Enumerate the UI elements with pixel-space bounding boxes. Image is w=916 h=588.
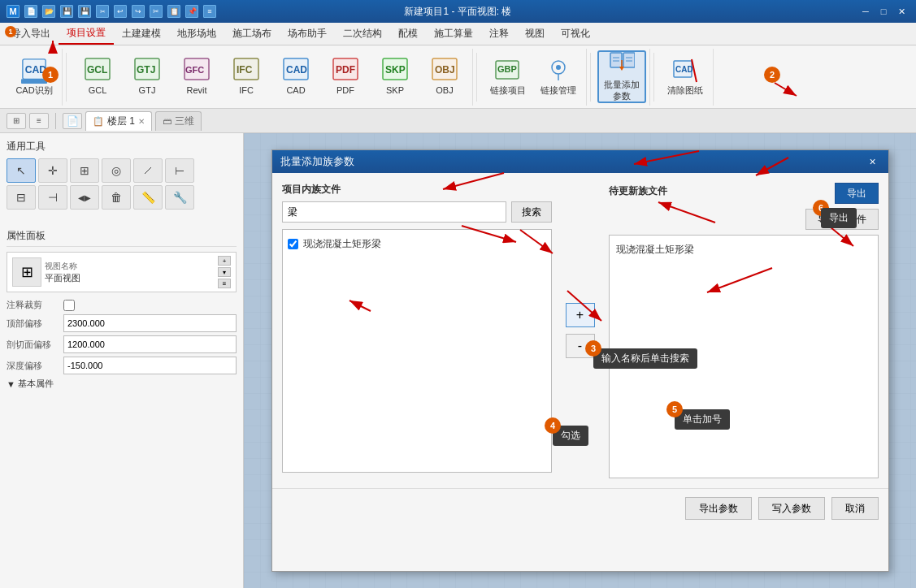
tab-3d[interactable]: 🗃 三维 bbox=[155, 111, 202, 131]
menu-item-formwork[interactable]: 配模 bbox=[390, 23, 426, 45]
tab-separator bbox=[55, 113, 56, 129]
prop-input-cut[interactable] bbox=[63, 335, 237, 353]
menu-item-secondary[interactable]: 二次结构 bbox=[335, 23, 390, 45]
pdf-button[interactable]: PDF PDF bbox=[321, 50, 370, 103]
clear-drawing-button[interactable]: CAD 清除图纸 bbox=[661, 50, 710, 103]
tab-floor1[interactable]: 📋 楼层 1 ✕ bbox=[85, 111, 152, 131]
menu-item-project[interactable]: 项目设置 bbox=[59, 23, 114, 45]
skp-button[interactable]: SKP SKP bbox=[371, 50, 419, 103]
menu-item-terrain[interactable]: 地形场地 bbox=[169, 23, 224, 45]
menu-label-construction: 施工场布 bbox=[232, 27, 271, 41]
list-item-concrete-beam[interactable]: 现浇混凝土矩形梁 bbox=[288, 235, 546, 253]
export-params-button[interactable]: 导出参数 bbox=[685, 497, 752, 520]
link-project-button[interactable]: GBP 链接项目 bbox=[484, 50, 532, 103]
menu-item-annotation[interactable]: 注释 bbox=[481, 23, 517, 45]
svg-text:CAD: CAD bbox=[675, 65, 693, 74]
view-add-btn[interactable]: + bbox=[218, 256, 231, 266]
view-menu-btn[interactable]: ≡ bbox=[218, 279, 231, 288]
gtj-button[interactable]: GTJ GTJ bbox=[123, 50, 171, 103]
pm-col: + - bbox=[560, 183, 601, 478]
gcl-button[interactable]: GCL GCL bbox=[73, 50, 122, 103]
tool-circle[interactable]: ◎ bbox=[102, 158, 131, 183]
menu-label-annotation: 注释 bbox=[489, 27, 509, 41]
view-icon: ⊞ bbox=[12, 257, 41, 287]
prop-section-basic[interactable]: ▼ 基本属件 bbox=[7, 378, 54, 390]
obj-button[interactable]: OBJ OBJ bbox=[420, 50, 469, 103]
copy-icon[interactable]: 📋 bbox=[167, 5, 180, 18]
link-manage-label: 链接管理 bbox=[540, 85, 576, 96]
search-button[interactable]: 搜索 bbox=[511, 201, 552, 223]
prop-row-cut: 剖切面偏移 bbox=[7, 335, 237, 353]
prop-input-top[interactable] bbox=[63, 314, 237, 332]
menu-item-construction[interactable]: 施工场布 bbox=[224, 23, 280, 45]
view-dropdown-btn[interactable]: ▾ bbox=[218, 267, 231, 277]
menu-item-modeling[interactable]: 土建建模 bbox=[114, 23, 169, 45]
new-icon[interactable]: 📄 bbox=[24, 5, 37, 18]
save2-icon[interactable]: 💾 bbox=[78, 5, 91, 18]
search-input[interactable] bbox=[282, 201, 506, 223]
tool-arrows[interactable]: ◀▶ bbox=[70, 185, 99, 210]
close-button[interactable]: ✕ bbox=[893, 5, 909, 18]
gcl-label: GCL bbox=[89, 85, 107, 96]
menu-label-visual: 可视化 bbox=[561, 27, 590, 41]
tool-measure[interactable]: 📏 bbox=[133, 185, 163, 210]
menu-label-helper: 场布助手 bbox=[288, 27, 327, 41]
batch-add-params-button[interactable]: 批量添加参数 bbox=[597, 50, 646, 103]
add-button[interactable]: + bbox=[566, 303, 595, 327]
menu-badge-import: 1 bbox=[5, 26, 16, 37]
tool-settings[interactable]: 🔧 bbox=[165, 185, 194, 210]
write-params-button[interactable]: 写入参数 bbox=[758, 497, 825, 520]
tool-diagonal[interactable]: ⟋ bbox=[133, 158, 163, 183]
maximize-button[interactable]: □ bbox=[875, 5, 892, 18]
undo-icon[interactable]: ↩ bbox=[114, 5, 127, 18]
menu-item-import[interactable]: 1 导入导出 bbox=[3, 23, 59, 45]
prop-row-basic: ▼ 基本属件 bbox=[7, 378, 237, 390]
tool-select[interactable]: ↖ bbox=[7, 158, 36, 183]
tool-delete[interactable]: 🗑 bbox=[102, 185, 131, 210]
tool-move[interactable]: ✛ bbox=[38, 158, 67, 183]
link-manage-button[interactable]: 链接管理 bbox=[534, 50, 583, 103]
tab-action-new[interactable]: 📄 bbox=[63, 113, 82, 129]
tool-minus[interactable]: ⊟ bbox=[7, 185, 36, 210]
tab-action-grid[interactable]: ⊞ bbox=[7, 113, 26, 129]
tab-floor1-close[interactable]: ✕ bbox=[138, 117, 145, 126]
redo-icon[interactable]: ↪ bbox=[132, 5, 145, 18]
menu-item-visual[interactable]: 可视化 bbox=[553, 23, 598, 45]
menu-item-quantity[interactable]: 施工算量 bbox=[426, 23, 481, 45]
tools-grid: ↖ ✛ ⊞ ◎ ⟋ ⊢ ⊟ ⊣ ◀▶ 🗑 📏 🔧 bbox=[7, 158, 237, 210]
export-file-row: 导出族文件 bbox=[609, 209, 879, 230]
app-icon[interactable]: M bbox=[7, 5, 20, 18]
cad-recognize-label: CAD识别 bbox=[15, 85, 52, 96]
tool-align-right[interactable]: ⊣ bbox=[38, 185, 67, 210]
svg-rect-25 bbox=[623, 53, 635, 67]
cad-import-button[interactable]: CAD CAD bbox=[271, 50, 320, 103]
menu-item-helper[interactable]: 场布助手 bbox=[280, 23, 335, 45]
minimize-button[interactable]: ─ bbox=[857, 5, 874, 18]
prop-checkbox-crop[interactable] bbox=[63, 300, 75, 311]
save-icon[interactable]: 💾 bbox=[60, 5, 73, 18]
dialog-close-button[interactable]: × bbox=[866, 154, 880, 169]
dialog-left-col: 项目内族文件 搜索 现浇混凝土矩形梁 bbox=[282, 183, 552, 478]
undo-redo-icon[interactable]: ✂ bbox=[96, 5, 109, 18]
menu-item-view[interactable]: 视图 bbox=[517, 23, 553, 45]
svg-text:GBP: GBP bbox=[497, 64, 517, 74]
menu-label-import: 导入导出 bbox=[11, 27, 50, 41]
list-item-checkbox[interactable] bbox=[288, 239, 298, 249]
cancel-button[interactable]: 取消 bbox=[831, 497, 879, 520]
tool-grid[interactable]: ⊞ bbox=[70, 158, 99, 183]
tool-align-left[interactable]: ⊢ bbox=[165, 158, 194, 183]
open-icon[interactable]: 📂 bbox=[42, 5, 55, 18]
obj-icon: OBJ bbox=[432, 58, 458, 84]
annotation-circle-4: 4 bbox=[545, 417, 561, 434]
main-area: 通用工具 ↖ ✛ ⊞ ◎ ⟋ ⊢ ⊟ ⊣ ◀▶ 🗑 📏 🔧 属性面板 ⊞ bbox=[0, 133, 916, 588]
prop-input-depth[interactable] bbox=[63, 357, 237, 374]
export-button[interactable]: 导出 bbox=[835, 183, 879, 204]
paste-icon[interactable]: 📌 bbox=[185, 5, 198, 18]
view-selector[interactable]: ⊞ 视图名称 平面视图 + ▾ ≡ bbox=[7, 252, 237, 292]
ifc-button[interactable]: IFC IFC bbox=[222, 50, 271, 103]
more-icon[interactable]: ≡ bbox=[203, 5, 216, 18]
tab-action-layers[interactable]: ≡ bbox=[29, 113, 49, 129]
revit-button[interactable]: GFC Revit bbox=[172, 50, 221, 103]
prop-row-top: 顶部偏移 bbox=[7, 314, 237, 332]
cut-icon[interactable]: ✂ bbox=[150, 5, 163, 18]
